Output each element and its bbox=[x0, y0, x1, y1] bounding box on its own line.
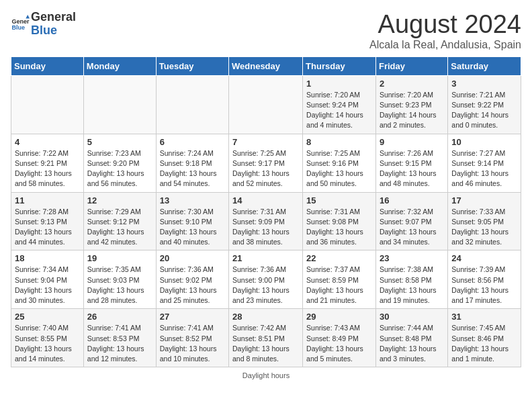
calendar-cell: 5Sunrise: 7:23 AMSunset: 9:20 PMDaylight… bbox=[83, 134, 156, 192]
day-info: Sunrise: 7:41 AMSunset: 8:53 PMDaylight:… bbox=[87, 323, 152, 364]
calendar-cell: 14Sunrise: 7:31 AMSunset: 9:09 PMDayligh… bbox=[229, 192, 303, 250]
day-number: 20 bbox=[160, 253, 225, 263]
day-number: 19 bbox=[87, 253, 152, 263]
day-info: Sunrise: 7:41 AMSunset: 8:52 PMDaylight:… bbox=[160, 323, 225, 364]
calendar-cell: 10Sunrise: 7:27 AMSunset: 9:14 PMDayligh… bbox=[448, 134, 521, 192]
day-number: 28 bbox=[232, 312, 299, 322]
logo-icon: General Blue bbox=[11, 15, 30, 34]
calendar-cell: 23Sunrise: 7:38 AMSunset: 8:58 PMDayligh… bbox=[375, 250, 447, 309]
day-number: 11 bbox=[15, 195, 80, 205]
calendar-cell: 15Sunrise: 7:31 AMSunset: 9:08 PMDayligh… bbox=[303, 192, 376, 250]
calendar-cell: 26Sunrise: 7:41 AMSunset: 8:53 PMDayligh… bbox=[83, 309, 156, 367]
calendar-cell: 7Sunrise: 7:25 AMSunset: 9:17 PMDaylight… bbox=[229, 134, 303, 192]
day-number: 23 bbox=[380, 253, 444, 263]
day-info: Sunrise: 7:44 AMSunset: 8:48 PMDaylight:… bbox=[380, 323, 444, 364]
day-number: 25 bbox=[15, 312, 80, 322]
day-number: 1 bbox=[306, 79, 372, 89]
calendar-cell: 18Sunrise: 7:34 AMSunset: 9:04 PMDayligh… bbox=[11, 250, 84, 309]
day-number: 27 bbox=[160, 312, 225, 322]
location-subtitle: Alcala la Real, Andalusia, Spain bbox=[369, 39, 521, 51]
day-info: Sunrise: 7:23 AMSunset: 9:20 PMDaylight:… bbox=[87, 148, 152, 189]
calendar-cell: 16Sunrise: 7:32 AMSunset: 9:07 PMDayligh… bbox=[375, 192, 447, 250]
day-info: Sunrise: 7:36 AMSunset: 9:02 PMDaylight:… bbox=[160, 265, 225, 306]
day-number: 26 bbox=[87, 312, 152, 322]
calendar-cell: 11Sunrise: 7:28 AMSunset: 9:13 PMDayligh… bbox=[11, 192, 84, 250]
calendar-cell: 2Sunrise: 7:20 AMSunset: 9:23 PMDaylight… bbox=[375, 75, 447, 134]
calendar-cell: 4Sunrise: 7:22 AMSunset: 9:21 PMDaylight… bbox=[11, 134, 84, 192]
day-number: 22 bbox=[306, 253, 372, 263]
day-number: 21 bbox=[232, 253, 299, 263]
day-number: 18 bbox=[15, 253, 80, 263]
day-number: 16 bbox=[380, 195, 444, 205]
day-info: Sunrise: 7:34 AMSunset: 9:04 PMDaylight:… bbox=[15, 265, 80, 306]
day-number: 6 bbox=[160, 137, 225, 147]
calendar-week-1: 1Sunrise: 7:20 AMSunset: 9:24 PMDaylight… bbox=[11, 75, 521, 134]
calendar-cell: 6Sunrise: 7:24 AMSunset: 9:18 PMDaylight… bbox=[156, 134, 228, 192]
day-info: Sunrise: 7:21 AMSunset: 9:22 PMDaylight:… bbox=[451, 90, 517, 131]
column-header-monday: Monday bbox=[83, 56, 156, 75]
day-number: 3 bbox=[451, 79, 517, 89]
day-info: Sunrise: 7:20 AMSunset: 9:24 PMDaylight:… bbox=[306, 90, 372, 131]
day-number: 8 bbox=[306, 137, 372, 147]
calendar-cell: 21Sunrise: 7:36 AMSunset: 9:00 PMDayligh… bbox=[229, 250, 303, 309]
day-number: 2 bbox=[380, 79, 444, 89]
calendar-week-5: 25Sunrise: 7:40 AMSunset: 8:55 PMDayligh… bbox=[11, 309, 521, 367]
day-info: Sunrise: 7:39 AMSunset: 8:56 PMDaylight:… bbox=[451, 265, 517, 306]
calendar-body: 1Sunrise: 7:20 AMSunset: 9:24 PMDaylight… bbox=[11, 75, 521, 367]
calendar-cell: 24Sunrise: 7:39 AMSunset: 8:56 PMDayligh… bbox=[448, 250, 521, 309]
calendar-week-2: 4Sunrise: 7:22 AMSunset: 9:21 PMDaylight… bbox=[11, 134, 521, 192]
day-number: 24 bbox=[451, 253, 517, 263]
day-number: 13 bbox=[160, 195, 225, 205]
calendar-cell: 19Sunrise: 7:35 AMSunset: 9:03 PMDayligh… bbox=[83, 250, 156, 309]
calendar-cell: 9Sunrise: 7:26 AMSunset: 9:15 PMDaylight… bbox=[375, 134, 447, 192]
day-number: 5 bbox=[87, 137, 152, 147]
calendar-cell: 13Sunrise: 7:30 AMSunset: 9:10 PMDayligh… bbox=[156, 192, 228, 250]
day-info: Sunrise: 7:24 AMSunset: 9:18 PMDaylight:… bbox=[160, 148, 225, 189]
day-info: Sunrise: 7:22 AMSunset: 9:21 PMDaylight:… bbox=[15, 148, 80, 189]
column-header-friday: Friday bbox=[375, 56, 447, 75]
page-header: General Blue General Blue August 2024 Al… bbox=[11, 11, 521, 51]
calendar-cell bbox=[83, 75, 156, 134]
day-info: Sunrise: 7:35 AMSunset: 9:03 PMDaylight:… bbox=[87, 265, 152, 306]
calendar-cell: 3Sunrise: 7:21 AMSunset: 9:22 PMDaylight… bbox=[448, 75, 521, 134]
calendar-table: SundayMondayTuesdayWednesdayThursdayFrid… bbox=[11, 56, 521, 367]
day-info: Sunrise: 7:31 AMSunset: 9:08 PMDaylight:… bbox=[306, 207, 372, 248]
logo-blue-text: Blue bbox=[31, 24, 76, 38]
calendar-header-row: SundayMondayTuesdayWednesdayThursdayFrid… bbox=[11, 56, 521, 75]
day-number: 31 bbox=[451, 312, 517, 322]
day-info: Sunrise: 7:26 AMSunset: 9:15 PMDaylight:… bbox=[380, 148, 444, 189]
day-info: Sunrise: 7:29 AMSunset: 9:12 PMDaylight:… bbox=[87, 207, 152, 248]
calendar-week-3: 11Sunrise: 7:28 AMSunset: 9:13 PMDayligh… bbox=[11, 192, 521, 250]
day-info: Sunrise: 7:30 AMSunset: 9:10 PMDaylight:… bbox=[160, 207, 225, 248]
calendar-cell: 31Sunrise: 7:45 AMSunset: 8:46 PMDayligh… bbox=[448, 309, 521, 367]
day-number: 4 bbox=[15, 137, 80, 147]
day-info: Sunrise: 7:25 AMSunset: 9:17 PMDaylight:… bbox=[232, 148, 299, 189]
day-number: 12 bbox=[87, 195, 152, 205]
calendar-cell: 27Sunrise: 7:41 AMSunset: 8:52 PMDayligh… bbox=[156, 309, 228, 367]
day-number: 7 bbox=[232, 137, 299, 147]
day-info: Sunrise: 7:42 AMSunset: 8:51 PMDaylight:… bbox=[232, 323, 299, 364]
calendar-cell bbox=[156, 75, 228, 134]
calendar-week-4: 18Sunrise: 7:34 AMSunset: 9:04 PMDayligh… bbox=[11, 250, 521, 309]
month-title: August 2024 bbox=[369, 11, 521, 39]
day-number: 9 bbox=[380, 137, 444, 147]
calendar-cell: 12Sunrise: 7:29 AMSunset: 9:12 PMDayligh… bbox=[83, 192, 156, 250]
calendar-cell bbox=[11, 75, 84, 134]
svg-text:Blue: Blue bbox=[11, 24, 25, 31]
day-info: Sunrise: 7:33 AMSunset: 9:05 PMDaylight:… bbox=[451, 207, 517, 248]
day-info: Sunrise: 7:36 AMSunset: 9:00 PMDaylight:… bbox=[232, 265, 299, 306]
footer-note: Daylight hours bbox=[11, 371, 521, 379]
logo-general-text: General bbox=[31, 11, 76, 24]
day-number: 29 bbox=[306, 312, 372, 322]
column-header-wednesday: Wednesday bbox=[229, 56, 303, 75]
calendar-cell: 29Sunrise: 7:43 AMSunset: 8:49 PMDayligh… bbox=[303, 309, 376, 367]
title-block: August 2024 Alcala la Real, Andalusia, S… bbox=[369, 11, 521, 51]
logo: General Blue General Blue bbox=[11, 11, 76, 38]
day-number: 17 bbox=[451, 195, 517, 205]
calendar-cell: 22Sunrise: 7:37 AMSunset: 8:59 PMDayligh… bbox=[303, 250, 376, 309]
day-info: Sunrise: 7:28 AMSunset: 9:13 PMDaylight:… bbox=[15, 207, 80, 248]
calendar-cell: 1Sunrise: 7:20 AMSunset: 9:24 PMDaylight… bbox=[303, 75, 376, 134]
day-info: Sunrise: 7:25 AMSunset: 9:16 PMDaylight:… bbox=[306, 148, 372, 189]
day-number: 10 bbox=[451, 137, 517, 147]
calendar-cell: 17Sunrise: 7:33 AMSunset: 9:05 PMDayligh… bbox=[448, 192, 521, 250]
